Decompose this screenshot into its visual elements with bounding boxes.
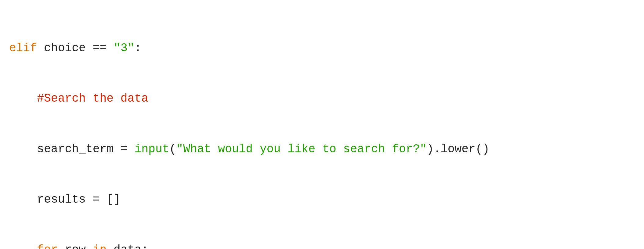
code-line-4: results = [] [9,191,635,208]
paren-open-1: ( [169,143,176,156]
keyword-for-1: for [37,243,65,249]
func-input: input [134,143,169,156]
code-line-5: for row in data: [9,241,635,249]
var-choice: choice [44,42,86,55]
comment-search: #Search the data [37,92,148,105]
method-lower-1: ).lower() [427,143,489,156]
code-line-2: #Search the data [9,90,635,107]
code-editor: elif choice == "3": #Search the data sea… [9,6,635,249]
var-search-term: search_term = [37,143,134,156]
code-line-1: elif choice == "3": [9,40,635,56]
keyword-elif: elif [9,42,44,55]
colon-1: : [135,42,142,55]
var-row: row [65,243,92,249]
var-results: results = [] [37,193,121,206]
op-eq: == [86,42,114,55]
code-line-3: search_term = input("What would you like… [9,141,635,157]
string-prompt: "What would you like to search for?" [176,143,427,156]
var-data: data: [114,243,148,249]
string-3: "3" [114,42,134,55]
keyword-in-1: in [93,243,114,249]
